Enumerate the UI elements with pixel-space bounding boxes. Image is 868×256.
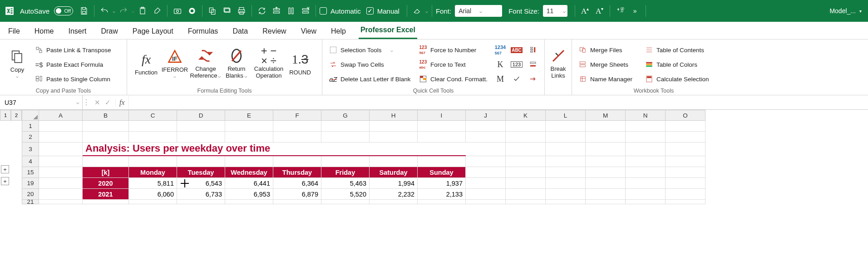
data-cell[interactable]: 6,441 <box>225 178 273 189</box>
day-header-wednesday[interactable]: Wednesday <box>225 167 273 178</box>
menu-insert[interactable]: Insert <box>66 25 88 39</box>
cell[interactable] <box>370 121 418 132</box>
cell[interactable] <box>586 156 626 167</box>
cell[interactable] <box>666 143 705 156</box>
formula-input[interactable] <box>128 95 868 109</box>
cell[interactable] <box>321 156 370 167</box>
data-cell[interactable]: 1,937 <box>418 178 466 189</box>
col-header-E[interactable]: E <box>225 110 273 121</box>
cell[interactable] <box>586 132 626 143</box>
outline-level-2[interactable]: 2 <box>11 110 22 121</box>
cell[interactable] <box>370 200 418 204</box>
col-header-J[interactable]: J <box>466 110 506 121</box>
save-icon[interactable] <box>78 3 90 19</box>
overflow-icon[interactable]: » <box>629 3 642 19</box>
break-links-button[interactable]: Break Links <box>549 42 567 84</box>
cell[interactable] <box>626 121 666 132</box>
cell[interactable] <box>626 156 666 167</box>
paste-link-transpose-button[interactable]: Paste Link & Transpose <box>33 44 113 56</box>
data-cell[interactable]: 5,811 <box>129 178 177 189</box>
cell[interactable] <box>626 178 666 189</box>
cell[interactable] <box>418 132 466 143</box>
col-header-L[interactable]: L <box>546 110 586 121</box>
select-all-corner[interactable] <box>22 110 39 121</box>
merge-sheets-button[interactable]: Merge Sheets <box>577 58 640 71</box>
day-header-friday[interactable]: Friday <box>321 167 370 178</box>
cell[interactable] <box>626 167 666 178</box>
cell[interactable] <box>39 189 83 200</box>
menu-data[interactable]: Data <box>231 25 250 39</box>
cell[interactable] <box>586 200 626 204</box>
cell[interactable] <box>370 156 418 167</box>
cell[interactable] <box>666 121 705 132</box>
day-header-tuesday[interactable]: Tuesday <box>177 167 225 178</box>
brush-icon[interactable] <box>151 3 163 19</box>
stack-icon[interactable] <box>221 3 233 19</box>
cell[interactable] <box>129 156 177 167</box>
clear-cond-button[interactable]: Clear Cond. Formatt. <box>417 73 491 85</box>
menu-page-layout[interactable]: Page Layout <box>131 25 175 39</box>
cell[interactable] <box>586 143 626 156</box>
cell[interactable] <box>39 200 83 204</box>
cell[interactable] <box>546 121 586 132</box>
cell[interactable] <box>666 178 705 189</box>
cell[interactable] <box>39 156 83 167</box>
data-cell[interactable]: 6,879 <box>273 189 321 200</box>
qc-icon-9[interactable] <box>526 73 540 85</box>
qc-icon-5[interactable]: 123 <box>510 58 523 71</box>
cell[interactable] <box>586 121 626 132</box>
cell[interactable] <box>666 132 705 143</box>
row-header-21[interactable]: 21 <box>22 200 39 204</box>
cell[interactable] <box>546 143 586 156</box>
redo-button[interactable] <box>117 3 130 19</box>
cell[interactable] <box>626 189 666 200</box>
cell[interactable] <box>273 132 321 143</box>
paste-exact-button[interactable]: =$Paste Exact Formula <box>33 58 113 71</box>
iferror-button[interactable]: IFIFERROR⌵ <box>161 42 189 84</box>
cell[interactable] <box>225 121 273 132</box>
cell[interactable] <box>418 200 466 204</box>
cell[interactable] <box>129 121 177 132</box>
paste-single-col-button[interactable]: Paste to Single Column <box>33 73 113 85</box>
cell[interactable] <box>466 143 506 156</box>
col-header-B[interactable]: B <box>83 110 129 121</box>
calc-selection-button[interactable]: Calculate Selection <box>643 73 715 85</box>
qc-icon-1[interactable]: 1234567 <box>493 44 507 56</box>
return-blanks-button[interactable]: Return Blanks <box>222 42 251 84</box>
day-header-sunday[interactable]: Sunday <box>418 167 466 178</box>
decimal-icon[interactable]: .0.00 <box>614 3 627 19</box>
round-button[interactable]: 1.3ROUND <box>287 42 313 84</box>
cell[interactable] <box>273 200 321 204</box>
data-cell[interactable]: 1,994 <box>370 178 418 189</box>
data-cell[interactable]: 5,463 <box>321 178 370 189</box>
swap-cells-button[interactable]: Swap Two Cells <box>327 58 414 71</box>
cell[interactable] <box>225 156 273 167</box>
cell[interactable] <box>506 189 546 200</box>
cell[interactable] <box>83 156 129 167</box>
record-icon[interactable] <box>186 3 198 19</box>
row-header-1[interactable]: 1 <box>22 121 39 132</box>
day-header-thursday[interactable]: Thursday <box>273 167 321 178</box>
calc-operation-button[interactable]: + −× ÷Calculation Operation <box>251 42 287 84</box>
cell[interactable] <box>506 156 546 167</box>
year-header-2020[interactable]: 2020 <box>83 178 129 189</box>
cancel-icon[interactable]: ✕ <box>94 98 100 107</box>
enter-icon[interactable]: ✓ <box>105 98 111 107</box>
qc-icon-3[interactable]: M <box>493 73 507 85</box>
cell[interactable] <box>418 156 466 167</box>
cell[interactable] <box>586 189 626 200</box>
cell[interactable] <box>225 200 273 204</box>
cell[interactable] <box>129 132 177 143</box>
automatic-checkbox[interactable] <box>320 7 327 15</box>
data-cell[interactable]: 6,733 <box>177 189 225 200</box>
force-text-button[interactable]: 123abcForce to Text <box>417 58 491 71</box>
cell[interactable] <box>506 132 546 143</box>
cell[interactable] <box>39 167 83 178</box>
cell[interactable] <box>321 200 370 204</box>
qc-icon-2[interactable]: K <box>493 58 507 71</box>
data-cell[interactable]: 6,364 <box>273 178 321 189</box>
copy-button[interactable]: Copy ⌵ <box>5 42 30 84</box>
data-cell[interactable]: 5,520 <box>321 189 370 200</box>
cell[interactable] <box>273 156 321 167</box>
cell[interactable] <box>626 200 666 204</box>
